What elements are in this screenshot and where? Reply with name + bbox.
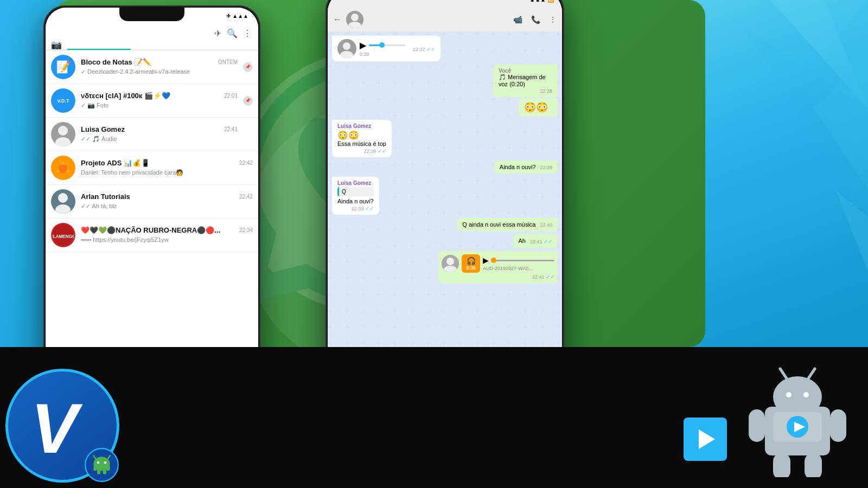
vdt-android-badge xyxy=(84,447,119,483)
tab-chamadas[interactable] xyxy=(195,40,258,50)
chat-avatar-6: FLAMENGO xyxy=(51,223,75,247)
back-icon[interactable]: ← xyxy=(333,15,342,24)
chat-msg-3: ✓✓ 🎵 Áudio xyxy=(81,136,117,142)
chat-msg-6: ••••• https://youtu.be/jFzyqi5Z1yw xyxy=(81,236,169,243)
wifi-icon: 📶 xyxy=(547,0,554,3)
bottom-bar xyxy=(0,347,868,488)
chat-item-1[interactable]: 📝 Bloco de Notas 📝✏️ ONTEM ✓ Deezloader-… xyxy=(46,50,258,84)
msg-time-5: 22:39 ✓✓ xyxy=(352,206,374,211)
chat-item-2[interactable]: V.D.T νδτεcн [cΙΑ] #100к 🎬⚡💙 22:01 ✓ 📷 F… xyxy=(46,84,258,118)
audio-filename: AUD-20190927-WA0... xyxy=(483,266,554,271)
msg-time-1: 22:37 ✓✓ xyxy=(413,46,435,52)
svg-point-37 xyxy=(803,392,809,397)
msg-time-4: 22:39 xyxy=(540,165,552,170)
phone-notch xyxy=(119,8,184,21)
headphone-icon: 🎧 xyxy=(467,256,476,265)
svg-point-19 xyxy=(343,42,350,50)
svg-point-10 xyxy=(59,164,67,173)
msg-received-2: Luisa Gomez Q Ainda n ouvi? 22:39 ✓✓ xyxy=(332,177,379,215)
svg-rect-30 xyxy=(93,465,97,471)
chat-pin-3 xyxy=(243,130,253,139)
msg-sent-2: Ainda n ouvi? 22:39 xyxy=(494,160,558,174)
chat-content-1: Bloco de Notas 📝✏️ ONTEM ✓ Deezloader-2.… xyxy=(81,58,238,76)
search-icon[interactable]: 🔍 xyxy=(227,28,238,38)
chat-name-6: ❤️🖤💚⚫NAÇÃO RUBRO-NEGRA⚫🔴... xyxy=(81,226,220,234)
svg-line-38 xyxy=(780,369,787,378)
svg-rect-31 xyxy=(106,465,110,471)
msg-received-1: Luisa Gomez 😳😳 Essa música é top 22:39 ✓… xyxy=(332,120,392,157)
play-button[interactable] xyxy=(684,418,727,461)
right-phone: ▲▲▲ 📶 ← 📹 📞 ⋮ xyxy=(326,0,564,385)
chat-time-4: 22:42 xyxy=(239,160,253,166)
msg-time-3: 22:39 ✓✓ xyxy=(364,148,386,154)
chat-content-6: ❤️🖤💚⚫NAÇÃO RUBRO-NEGRA⚫🔴... 22:34 ••••• … xyxy=(81,226,253,244)
header-icons[interactable]: ✈ 🔍 ⋮ xyxy=(214,28,252,38)
chat-pin-2: 📌 xyxy=(243,96,253,106)
chat-item-4[interactable]: Projeto ADS 📊💰📱 22:42 Daniel: Tenho nem … xyxy=(46,151,258,185)
msg-sent-3: Q ainda n ouvi essa música 22:40 xyxy=(457,218,558,231)
svg-line-39 xyxy=(808,369,815,378)
chat-content-4: Projeto ADS 📊💰📱 22:42 Daniel: Tenho nem … xyxy=(81,159,253,177)
videocall-icon[interactable]: 📹 xyxy=(513,15,522,24)
chat-msg-2: ✓ 📷 Foto xyxy=(81,102,108,108)
chat-item-6[interactable]: FLAMENGO ❤️🖤💚⚫NAÇÃO RUBRO-NEGRA⚫🔴... 22:… xyxy=(46,219,258,252)
signal-bars-icon: ▲▲▲ xyxy=(529,0,546,3)
play-icon-audio1[interactable]: ▶ xyxy=(360,40,366,50)
signal-icon: ▲▲▲ xyxy=(232,13,248,19)
chat-time-1: ONTEM xyxy=(218,59,238,65)
chat-item-5[interactable]: Arlan Tutoriais 22:42 ✓✓ Ah tá, blz xyxy=(46,185,258,219)
msg-sender-luisa: Luisa Gomez xyxy=(337,123,386,129)
message-area: ▶ 0:20 22:37 ✓✓ Você 🎵 Men xyxy=(328,31,562,361)
svg-rect-41 xyxy=(830,409,846,442)
chat-name-2: νδτεcн [cΙΑ] #100к 🎬⚡💙 xyxy=(81,92,170,100)
tab-status[interactable] xyxy=(131,40,194,50)
svg-point-27 xyxy=(104,461,106,464)
svg-rect-42 xyxy=(773,453,790,477)
svg-point-11 xyxy=(58,193,68,203)
status-icons-right: ▲▲▲ 📶 xyxy=(529,0,554,3)
status-bar-right: ▲▲▲ 📶 xyxy=(328,0,562,8)
chat-avatar-4 xyxy=(51,156,75,180)
msg-audio-sent: 🎧 3:35 ▶ AUD-20190927-WA0... xyxy=(438,251,558,283)
left-phone: ✈ ▲▲▲ ✈ 🔍 ⋮ xyxy=(43,5,260,374)
chat-content-3: Luisa Gomez 22:41 ✓✓ 🎵 Áudio xyxy=(81,125,238,143)
msg-sent-emojis: 😳😳 xyxy=(519,98,558,117)
more-icon[interactable]: ⋮ xyxy=(549,15,557,24)
camera-icon: 📷 xyxy=(51,40,62,50)
svg-text:FLAMENGO: FLAMENGO xyxy=(52,234,74,239)
msg-text-4: Ah xyxy=(519,237,526,244)
chat-header-right[interactable]: ← 📹 📞 ⋮ xyxy=(328,8,562,31)
svg-point-7 xyxy=(58,126,68,136)
chat-name-4: Projeto ADS 📊💰📱 xyxy=(81,159,150,167)
call-icon[interactable]: 📞 xyxy=(531,15,540,24)
tab-camera[interactable]: 📷 xyxy=(46,40,67,50)
chat-pin-1: 📌 xyxy=(243,62,253,72)
chat-time-3: 22:41 xyxy=(224,126,238,132)
menu-icon[interactable]: ⋮ xyxy=(243,28,252,38)
msg-sent-4: Ah 22:41 ✓✓ xyxy=(513,234,558,248)
svg-point-12 xyxy=(55,204,71,214)
svg-point-22 xyxy=(446,258,454,265)
svg-point-36 xyxy=(786,392,792,397)
chat-msg-4: Daniel: Tenho nem privacidade cara🧑 xyxy=(81,169,183,176)
chat-avatar-3 xyxy=(51,122,75,146)
chat-name-5: Arlan Tutoriais xyxy=(81,192,130,201)
tab-conversas[interactable] xyxy=(67,40,131,50)
airplane-mode-icon[interactable]: ✈ xyxy=(214,28,221,38)
chat-name-1: Bloco de Notas 📝✏️ xyxy=(81,58,151,66)
chat-avatar-1: 📝 xyxy=(51,55,75,79)
chat-time-2: 22:01 xyxy=(224,93,238,99)
android-robot-large xyxy=(743,363,852,477)
svg-point-16 xyxy=(351,14,359,21)
msg-time-2: 22:38 xyxy=(540,88,552,94)
vdt-v-letter: V xyxy=(31,393,78,464)
wa-header: ✈ 🔍 ⋮ xyxy=(46,24,258,38)
chat-avatar-5 xyxy=(51,189,75,214)
msg-time-7: 22:41 ✓✓ xyxy=(530,239,552,245)
play-icon-audio2[interactable]: ▶ xyxy=(483,256,489,265)
chat-item-3[interactable]: Luisa Gomez 22:41 ✓✓ 🎵 Áudio xyxy=(46,118,258,151)
msg-sender-luisa-2: Luisa Gomez xyxy=(337,180,374,186)
msg-text-3: Q ainda n ouvi essa música xyxy=(462,221,535,228)
chat-avatar-header xyxy=(346,11,363,28)
airplane-icon: ✈ xyxy=(226,13,231,19)
